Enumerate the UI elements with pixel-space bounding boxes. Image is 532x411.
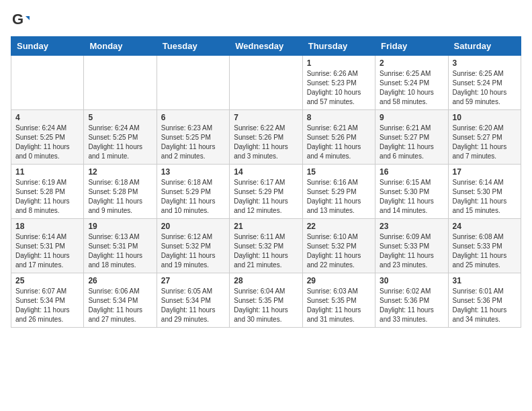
- day-info: Sunrise: 6:22 AMSunset: 5:26 PMDaylight:…: [234, 124, 298, 161]
- day-info: Sunrise: 6:18 AMSunset: 5:29 PMDaylight:…: [161, 178, 225, 216]
- calendar-cell: 7Sunrise: 6:22 AMSunset: 5:26 PMDaylight…: [230, 110, 302, 165]
- calendar-cell: 9Sunrise: 6:21 AMSunset: 5:27 PMDaylight…: [375, 110, 448, 165]
- day-number: 9: [380, 113, 443, 122]
- calendar-cell: 25Sunrise: 6:07 AMSunset: 5:34 PMDayligh…: [11, 273, 84, 328]
- day-info: Sunrise: 6:02 AMSunset: 5:36 PMDaylight:…: [380, 287, 443, 324]
- calendar-weekday-header: Tuesday: [157, 37, 229, 56]
- day-info: Sunrise: 6:14 AMSunset: 5:30 PMDaylight:…: [453, 178, 517, 216]
- day-number: 29: [307, 276, 371, 285]
- calendar-cell: 21Sunrise: 6:11 AMSunset: 5:32 PMDayligh…: [230, 219, 302, 273]
- day-info: Sunrise: 6:05 AMSunset: 5:34 PMDaylight:…: [161, 287, 225, 324]
- day-info: Sunrise: 6:19 AMSunset: 5:28 PMDaylight:…: [15, 178, 79, 216]
- day-info: Sunrise: 6:23 AMSunset: 5:25 PMDaylight:…: [161, 124, 225, 161]
- calendar-cell: 5Sunrise: 6:24 AMSunset: 5:25 PMDaylight…: [84, 110, 157, 165]
- calendar-cell: 4Sunrise: 6:24 AMSunset: 5:25 PMDaylight…: [11, 110, 84, 165]
- calendar-cell: 8Sunrise: 6:21 AMSunset: 5:26 PMDaylight…: [302, 110, 375, 165]
- calendar-weekday-header: Thursday: [302, 37, 375, 56]
- day-info: Sunrise: 6:21 AMSunset: 5:27 PMDaylight:…: [380, 124, 443, 161]
- day-info: Sunrise: 6:25 AMSunset: 5:24 PMDaylight:…: [380, 69, 443, 107]
- calendar-cell: [157, 56, 229, 110]
- day-number: 28: [234, 276, 298, 285]
- calendar-cell: 14Sunrise: 6:17 AMSunset: 5:29 PMDayligh…: [230, 165, 302, 219]
- day-info: Sunrise: 6:24 AMSunset: 5:25 PMDaylight:…: [88, 124, 152, 161]
- calendar-table: SundayMondayTuesdayWednesdayThursdayFrid…: [11, 36, 521, 328]
- calendar-weekday-header: Wednesday: [230, 37, 302, 56]
- day-info: Sunrise: 6:12 AMSunset: 5:32 PMDaylight:…: [161, 232, 225, 270]
- day-info: Sunrise: 6:18 AMSunset: 5:28 PMDaylight:…: [88, 178, 152, 216]
- day-number: 22: [307, 222, 371, 231]
- calendar-cell: [84, 56, 157, 110]
- day-info: Sunrise: 6:20 AMSunset: 5:27 PMDaylight:…: [453, 124, 517, 161]
- day-info: Sunrise: 6:17 AMSunset: 5:29 PMDaylight:…: [234, 178, 298, 216]
- calendar-cell: 12Sunrise: 6:18 AMSunset: 5:28 PMDayligh…: [84, 165, 157, 219]
- day-number: 15: [307, 167, 371, 177]
- page-header: G: [11, 11, 521, 30]
- logo-icon: G: [11, 11, 30, 30]
- calendar-cell: 26Sunrise: 6:06 AMSunset: 5:34 PMDayligh…: [84, 273, 157, 328]
- calendar-cell: 16Sunrise: 6:15 AMSunset: 5:30 PMDayligh…: [375, 165, 448, 219]
- calendar-cell: 30Sunrise: 6:02 AMSunset: 5:36 PMDayligh…: [375, 273, 448, 328]
- day-info: Sunrise: 6:16 AMSunset: 5:29 PMDaylight:…: [307, 178, 371, 216]
- day-info: Sunrise: 6:13 AMSunset: 5:31 PMDaylight:…: [88, 232, 152, 270]
- calendar-weekday-header: Monday: [84, 37, 157, 56]
- calendar-cell: 2Sunrise: 6:25 AMSunset: 5:24 PMDaylight…: [375, 56, 448, 110]
- day-info: Sunrise: 6:03 AMSunset: 5:35 PMDaylight:…: [307, 287, 371, 324]
- day-number: 13: [161, 167, 225, 177]
- calendar-cell: [230, 56, 302, 110]
- day-info: Sunrise: 6:25 AMSunset: 5:24 PMDaylight:…: [453, 69, 517, 107]
- calendar-header-row: SundayMondayTuesdayWednesdayThursdayFrid…: [11, 37, 521, 56]
- day-info: Sunrise: 6:10 AMSunset: 5:32 PMDaylight:…: [307, 232, 371, 270]
- day-number: 7: [234, 113, 298, 122]
- calendar-cell: 17Sunrise: 6:14 AMSunset: 5:30 PMDayligh…: [448, 165, 521, 219]
- day-number: 6: [161, 113, 225, 122]
- day-info: Sunrise: 6:26 AMSunset: 5:23 PMDaylight:…: [307, 69, 371, 107]
- day-number: 31: [453, 276, 517, 285]
- day-number: 14: [234, 167, 298, 177]
- day-number: 19: [88, 222, 152, 231]
- day-number: 10: [453, 113, 517, 122]
- day-number: 1: [307, 58, 371, 68]
- calendar-week-row: 11Sunrise: 6:19 AMSunset: 5:28 PMDayligh…: [11, 165, 521, 219]
- calendar-cell: 20Sunrise: 6:12 AMSunset: 5:32 PMDayligh…: [157, 219, 229, 273]
- calendar-cell: 15Sunrise: 6:16 AMSunset: 5:29 PMDayligh…: [302, 165, 375, 219]
- day-info: Sunrise: 6:21 AMSunset: 5:26 PMDaylight:…: [307, 124, 371, 161]
- svg-marker-1: [26, 16, 30, 20]
- day-number: 24: [453, 222, 517, 231]
- day-number: 3: [453, 58, 517, 68]
- calendar-cell: 1Sunrise: 6:26 AMSunset: 5:23 PMDaylight…: [302, 56, 375, 110]
- calendar-cell: [11, 56, 84, 110]
- calendar-week-row: 18Sunrise: 6:14 AMSunset: 5:31 PMDayligh…: [11, 219, 521, 273]
- svg-text:G: G: [12, 11, 24, 28]
- day-number: 20: [161, 222, 225, 231]
- calendar-cell: 11Sunrise: 6:19 AMSunset: 5:28 PMDayligh…: [11, 165, 84, 219]
- day-number: 2: [380, 58, 443, 68]
- calendar-cell: 10Sunrise: 6:20 AMSunset: 5:27 PMDayligh…: [448, 110, 521, 165]
- day-info: Sunrise: 6:15 AMSunset: 5:30 PMDaylight:…: [380, 178, 443, 216]
- day-info: Sunrise: 6:09 AMSunset: 5:33 PMDaylight:…: [380, 232, 443, 270]
- day-info: Sunrise: 6:06 AMSunset: 5:34 PMDaylight:…: [88, 287, 152, 324]
- calendar-week-row: 1Sunrise: 6:26 AMSunset: 5:23 PMDaylight…: [11, 56, 521, 110]
- day-number: 18: [15, 222, 79, 231]
- calendar-cell: 22Sunrise: 6:10 AMSunset: 5:32 PMDayligh…: [302, 219, 375, 273]
- calendar-weekday-header: Sunday: [11, 37, 84, 56]
- calendar-cell: 6Sunrise: 6:23 AMSunset: 5:25 PMDaylight…: [157, 110, 229, 165]
- day-number: 8: [307, 113, 371, 122]
- day-number: 26: [88, 276, 152, 285]
- day-number: 16: [380, 167, 443, 177]
- day-info: Sunrise: 6:08 AMSunset: 5:33 PMDaylight:…: [453, 232, 517, 270]
- calendar-cell: 27Sunrise: 6:05 AMSunset: 5:34 PMDayligh…: [157, 273, 229, 328]
- calendar-cell: 29Sunrise: 6:03 AMSunset: 5:35 PMDayligh…: [302, 273, 375, 328]
- day-info: Sunrise: 6:24 AMSunset: 5:25 PMDaylight:…: [15, 124, 79, 161]
- day-number: 11: [15, 167, 79, 177]
- day-number: 12: [88, 167, 152, 177]
- day-info: Sunrise: 6:11 AMSunset: 5:32 PMDaylight:…: [234, 232, 298, 270]
- logo: G: [11, 11, 32, 30]
- day-number: 27: [161, 276, 225, 285]
- calendar-week-row: 25Sunrise: 6:07 AMSunset: 5:34 PMDayligh…: [11, 273, 521, 328]
- calendar-cell: 13Sunrise: 6:18 AMSunset: 5:29 PMDayligh…: [157, 165, 229, 219]
- day-info: Sunrise: 6:14 AMSunset: 5:31 PMDaylight:…: [15, 232, 79, 270]
- calendar-weekday-header: Saturday: [448, 37, 521, 56]
- calendar-week-row: 4Sunrise: 6:24 AMSunset: 5:25 PMDaylight…: [11, 110, 521, 165]
- calendar-cell: 24Sunrise: 6:08 AMSunset: 5:33 PMDayligh…: [448, 219, 521, 273]
- calendar-cell: 19Sunrise: 6:13 AMSunset: 5:31 PMDayligh…: [84, 219, 157, 273]
